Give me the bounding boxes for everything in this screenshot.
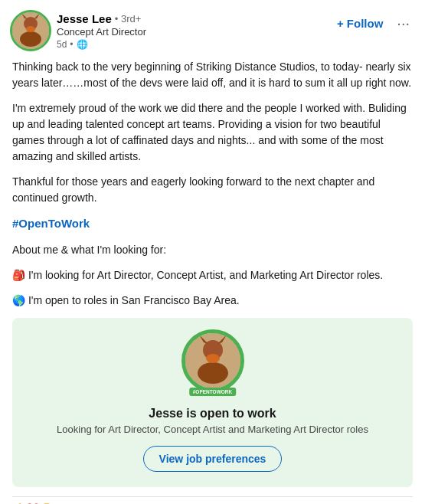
open-to-work-card: #OpenToWork Jesse is open to work Lookin…	[12, 318, 413, 487]
avatar-container	[12, 12, 49, 49]
paragraph-3: Thankful for those years and eagerly loo…	[12, 174, 413, 206]
user-meta: 5d • 🌐	[57, 39, 146, 50]
hashtag-open-to-work[interactable]: #OpenToWork	[12, 217, 90, 230]
otw-green-ring	[181, 329, 244, 392]
post-footer: 👍 ❤️ 😮 142 12 comments • 32 reposts	[12, 496, 413, 505]
otw-avatar-container: #OpenToWork	[185, 333, 240, 388]
follow-button[interactable]: + Follow	[332, 14, 387, 33]
bullet-roles: 🎒 I'm looking for Art Director, Concept …	[12, 267, 413, 283]
otw-badge-label: #OpenToWork	[189, 388, 237, 396]
user-title: Concept Art Director	[57, 26, 146, 38]
paragraph-2: I'm extremely proud of the work we did t…	[12, 100, 413, 165]
post-header: Jesse Lee • 3rd+ Concept Art Director 5d…	[12, 12, 413, 50]
user-degree: • 3rd+	[115, 13, 142, 25]
user-name-row: Jesse Lee • 3rd+	[57, 12, 146, 25]
more-options-button[interactable]: ···	[394, 12, 413, 34]
separator: •	[70, 39, 73, 50]
post-body: Thinking back to the very beginning of S…	[12, 59, 413, 309]
view-job-preferences-button[interactable]: View job preferences	[143, 446, 283, 472]
otw-title: Jesse is open to work	[149, 407, 276, 421]
user-name[interactable]: Jesse Lee	[57, 12, 112, 25]
time-posted: 5d	[57, 39, 67, 50]
about-label: About me & what I'm looking for:	[12, 242, 413, 258]
otw-subtitle: Looking for Art Director, Concept Artist…	[57, 424, 368, 435]
paragraph-1: Thinking back to the very beginning of S…	[12, 59, 413, 91]
header-actions: + Follow ···	[332, 12, 413, 34]
globe-icon: 🌐	[77, 39, 88, 50]
user-info-section: Jesse Lee • 3rd+ Concept Art Director 5d…	[12, 12, 146, 50]
user-details: Jesse Lee • 3rd+ Concept Art Director 5d…	[57, 12, 146, 50]
bullet-location: 🌎 I'm open to roles in San Francisco Bay…	[12, 293, 413, 309]
post-card: Jesse Lee • 3rd+ Concept Art Director 5d…	[0, 0, 425, 504]
